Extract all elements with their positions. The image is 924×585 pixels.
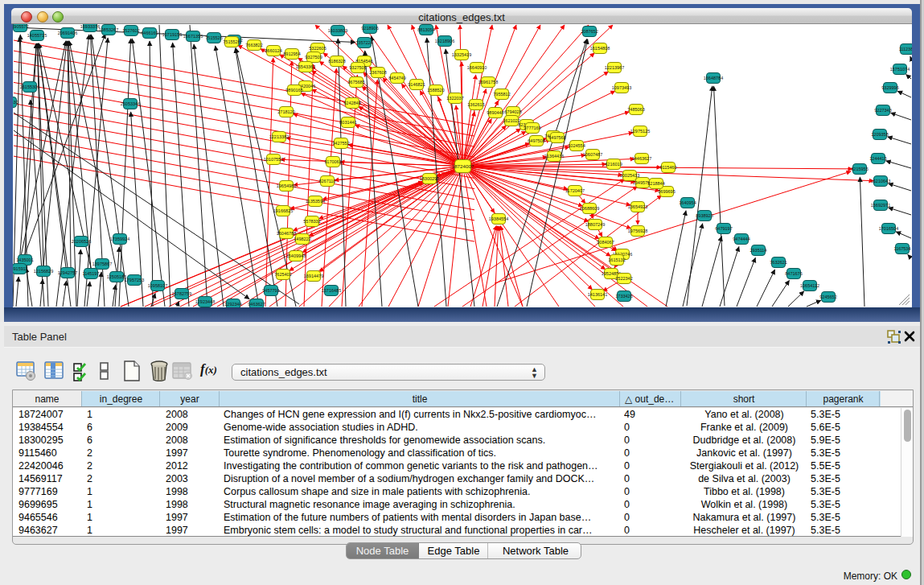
- svg-text:9242848: 9242848: [343, 101, 360, 105]
- svg-text:2367608: 2367608: [369, 70, 386, 75]
- svg-text:15751074: 15751074: [890, 67, 910, 72]
- svg-text:18807249: 18807249: [585, 222, 605, 227]
- svg-text:2087652: 2087652: [581, 29, 598, 34]
- svg-text:16543362: 16543362: [296, 64, 315, 69]
- svg-text:9890165: 9890165: [285, 88, 302, 93]
- svg-text:6497508: 6497508: [528, 138, 544, 143]
- svg-text:10958107: 10958107: [148, 283, 167, 288]
- svg-text:15409948: 15409948: [286, 253, 306, 258]
- svg-text:5218844: 5218844: [647, 181, 664, 186]
- svg-text:15692971: 15692971: [871, 203, 890, 208]
- svg-text:6497568: 6497568: [548, 135, 565, 140]
- svg-text:11353594: 11353594: [306, 199, 325, 204]
- svg-text:9777169: 9777169: [524, 126, 540, 130]
- svg-text:1640954: 1640954: [679, 200, 696, 205]
- svg-text:16914479: 16914479: [304, 274, 323, 278]
- svg-text:1292344: 1292344: [224, 302, 241, 307]
- svg-text:7955812: 7955812: [493, 92, 510, 97]
- svg-text:7625402: 7625402: [274, 272, 291, 277]
- svg-text:6466160: 6466160: [141, 31, 158, 35]
- svg-text:1435001: 1435001: [16, 257, 33, 262]
- svg-text:18724007: 18724007: [452, 163, 474, 169]
- svg-text:9327505: 9327505: [349, 65, 366, 70]
- svg-text:8471676: 8471676: [785, 271, 802, 276]
- svg-text:19384554: 19384554: [489, 216, 508, 221]
- svg-text:1527602: 1527602: [122, 28, 139, 33]
- svg-text:8454749: 8454749: [388, 76, 405, 80]
- svg-text:1498222: 1498222: [294, 237, 310, 241]
- svg-text:20691406: 20691406: [58, 31, 77, 35]
- svg-text:16033809: 16033809: [328, 28, 347, 33]
- svg-text:5578332: 5578332: [303, 219, 320, 224]
- svg-text:16782759: 16782759: [172, 291, 191, 296]
- svg-text:8912954: 8912954: [283, 51, 300, 56]
- svg-text:12942757: 12942757: [58, 270, 77, 275]
- svg-text:0699695: 0699695: [658, 189, 675, 194]
- svg-text:13325419: 13325419: [452, 52, 471, 57]
- svg-text:1024554: 1024554: [568, 143, 585, 148]
- svg-text:7515526: 7515526: [223, 39, 240, 44]
- svg-text:19654982: 19654982: [277, 183, 296, 188]
- svg-text:12975125: 12975125: [630, 129, 650, 134]
- svg-text:9457791: 9457791: [262, 288, 279, 293]
- svg-text:12156829: 12156829: [34, 269, 53, 274]
- svg-text:16933376: 16933376: [80, 24, 100, 29]
- svg-text:2718120: 2718120: [277, 109, 294, 114]
- svg-text:2935114: 2935114: [749, 248, 766, 253]
- svg-text:16210643: 16210643: [871, 179, 890, 183]
- svg-text:9327509: 9327509: [305, 55, 322, 60]
- svg-text:12213967: 12213967: [605, 65, 624, 70]
- svg-text:16046788: 16046788: [277, 231, 296, 236]
- svg-text:9115460: 9115460: [659, 165, 676, 170]
- svg-text:5322605: 5322605: [309, 46, 326, 51]
- svg-text:13654923: 13654923: [628, 204, 647, 209]
- svg-text:7632621: 7632621: [770, 260, 786, 265]
- svg-text:8215955: 8215955: [851, 167, 868, 171]
- svg-text:19756928: 19756928: [628, 229, 647, 233]
- svg-text:19166825: 19166825: [273, 208, 293, 213]
- svg-text:1615132: 1615132: [608, 257, 625, 262]
- svg-text:10973493: 10973493: [612, 85, 631, 90]
- svg-text:21364436: 21364436: [544, 154, 564, 159]
- svg-text:2522342: 2522342: [615, 276, 632, 281]
- svg-text:20206526: 20206526: [72, 239, 91, 244]
- svg-text:11720407: 11720407: [565, 188, 585, 193]
- svg-text:1905572: 1905572: [13, 24, 29, 29]
- svg-text:10853267: 10853267: [99, 27, 118, 32]
- svg-text:1112384: 1112384: [899, 47, 912, 51]
- svg-text:17957253: 17957253: [125, 278, 144, 282]
- svg-text:9170061: 9170061: [324, 159, 341, 164]
- svg-text:2615530: 2615530: [13, 100, 18, 105]
- svg-text:3675685: 3675685: [347, 80, 364, 84]
- svg-text:8186328: 8186328: [328, 59, 345, 64]
- svg-text:9227343: 9227343: [874, 108, 891, 113]
- svg-text:16640910: 16640910: [467, 65, 487, 70]
- svg-text:17016504: 17016504: [879, 226, 898, 231]
- svg-text:7515526: 7515526: [205, 35, 222, 40]
- svg-text:1733426: 1733426: [615, 294, 632, 299]
- svg-text:6479197: 6479197: [715, 226, 732, 231]
- svg-text:1362615: 1362615: [467, 102, 484, 107]
- svg-text:9329996: 9329996: [881, 85, 898, 90]
- svg-text:18300295: 18300295: [420, 176, 439, 181]
- svg-text:8938923: 8938923: [696, 213, 713, 218]
- svg-text:9427552: 9427552: [332, 141, 349, 146]
- svg-text:7485063: 7485063: [627, 107, 644, 112]
- svg-text:10719155: 10719155: [162, 32, 182, 37]
- svg-text:9146821: 9146821: [408, 82, 425, 87]
- svg-text:13975867: 13975867: [92, 262, 112, 266]
- svg-text:9890448: 9890448: [487, 110, 503, 115]
- svg-text:7357224: 7357224: [355, 40, 372, 45]
- svg-text:10607487: 10607487: [583, 152, 602, 157]
- svg-text:1145197: 1145197: [82, 271, 99, 276]
- svg-text:6216019: 6216019: [605, 162, 622, 167]
- svg-text:9474444: 9474444: [733, 237, 749, 241]
- svg-text:10654112: 10654112: [800, 283, 819, 288]
- svg-text:25053346: 25053346: [121, 101, 140, 106]
- svg-text:19218906: 19218906: [435, 39, 454, 43]
- svg-text:10107552: 10107552: [264, 157, 283, 162]
- svg-text:9084067: 9084067: [597, 240, 614, 245]
- svg-text:17359924: 17359924: [110, 237, 129, 241]
- svg-text:16154808: 16154808: [590, 46, 610, 51]
- svg-text:1167534: 1167534: [893, 246, 910, 251]
